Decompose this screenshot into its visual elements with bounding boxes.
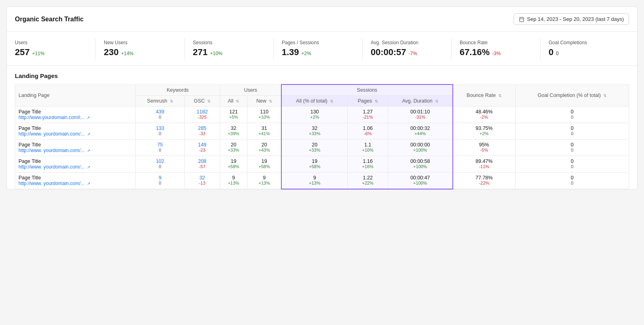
external-link-icon: ↗ bbox=[87, 181, 90, 186]
metrics-row: Users 257 +11% New Users 230 +14% Sessio… bbox=[7, 32, 637, 66]
cell-gsc: 1182 -325 bbox=[185, 107, 220, 123]
col-sessions-pages[interactable]: Pages ⇅ bbox=[348, 96, 388, 107]
cell-users-all: 121 +5% bbox=[220, 107, 247, 123]
metric-goal-completions: Goal Completions 0 0 bbox=[549, 38, 629, 59]
metric-bounce-rate: Bounce Rate 67.16% -3% bbox=[460, 38, 541, 59]
sort-icon-sessions-pages: ⇅ bbox=[375, 99, 378, 103]
cell-sessions-avg-duration: 00:00:32 +44% bbox=[388, 123, 453, 140]
table-row: Page Title http://www.yourdomain.com/i..… bbox=[15, 107, 629, 123]
cell-sessions-all: 19 +58% bbox=[281, 156, 347, 173]
cell-bounce-rate: 48.46% -2% bbox=[453, 107, 516, 123]
cell-landing-page: Page Title http://www.yourdomain.com/i..… bbox=[15, 107, 136, 123]
external-link-icon: ↗ bbox=[87, 165, 90, 169]
landing-pages-table: Landing Page Keywords Users Sessions bbox=[15, 84, 629, 189]
cell-goal-completion: 0 0 bbox=[515, 173, 629, 189]
page-title: Organic Search Traffic bbox=[15, 16, 84, 23]
cell-semrush: 133 0 bbox=[136, 123, 185, 140]
sort-icon-gsc: ⇅ bbox=[207, 99, 211, 103]
cell-url[interactable]: http://www. yourdomain.com/... bbox=[19, 148, 85, 153]
col-users-all[interactable]: All ⇅ bbox=[220, 96, 247, 107]
cell-landing-page: Page Title http://www. yourdomain.com/..… bbox=[15, 156, 136, 173]
cell-users-new: 31 +41% bbox=[247, 123, 281, 140]
col-sessions-avg-duration[interactable]: Avg. Duration ⇅ bbox=[388, 96, 453, 107]
cell-users-new: 19 +58% bbox=[247, 156, 281, 173]
cell-url[interactable]: http://www. yourdomain.com/... bbox=[19, 164, 85, 170]
sort-icon-users-new: ⇅ bbox=[269, 99, 272, 103]
cell-url[interactable]: http://www. yourdomain.com/... bbox=[19, 181, 85, 186]
cell-sessions-pages: 1.1 +10% bbox=[348, 140, 388, 156]
cell-sessions-pages: 1.27 -21% bbox=[348, 107, 388, 123]
cell-url[interactable]: http://www.yourdomain.com/i... bbox=[19, 115, 84, 120]
cell-sessions-avg-duration: 00:00:47 +100% bbox=[388, 173, 453, 189]
metric-new-users: New Users 230 +14% bbox=[104, 38, 185, 59]
cell-landing-page: Page Title http://www. yourdomain.com/..… bbox=[15, 123, 136, 140]
cell-goal-completion: 0 0 bbox=[515, 123, 629, 140]
cell-sessions-pages: 1.06 -6% bbox=[348, 123, 388, 140]
cell-semrush: 439 0 bbox=[136, 107, 185, 123]
cell-goal-completion: 0 0 bbox=[515, 140, 629, 156]
cell-url[interactable]: http://www. yourdomain.com/... bbox=[19, 131, 85, 137]
sort-icon-goal: ⇅ bbox=[603, 93, 607, 98]
cell-bounce-rate: 77.78% -22% bbox=[453, 173, 516, 189]
page-header: Organic Search Traffic Sep 14, 2023 - Se… bbox=[7, 7, 637, 32]
cell-sessions-all: 32 +33% bbox=[281, 123, 347, 140]
cell-users-all: 32 +39% bbox=[220, 123, 247, 140]
landing-pages-section: Landing Pages Landing Page Keywords User… bbox=[7, 66, 637, 189]
calendar-icon bbox=[519, 16, 524, 22]
cell-landing-page: Page Title http://www. yourdomain.com/..… bbox=[15, 173, 136, 189]
cell-users-new: 9 +13% bbox=[247, 173, 281, 189]
cell-semrush: 9 0 bbox=[136, 173, 185, 189]
col-landing-page: Landing Page bbox=[15, 84, 136, 107]
table-row: Page Title http://www. yourdomain.com/..… bbox=[15, 140, 629, 156]
col-users-new[interactable]: New ⇅ bbox=[247, 96, 281, 107]
table-row: Page Title http://www. yourdomain.com/..… bbox=[15, 156, 629, 173]
cell-goal-completion: 0 0 bbox=[515, 107, 629, 123]
cell-goal-completion: 0 0 bbox=[515, 156, 629, 173]
cell-sessions-all: 9 +13% bbox=[281, 173, 347, 189]
sort-icon-semrush: ⇅ bbox=[170, 99, 173, 103]
cell-users-new: 110 +10% bbox=[247, 107, 281, 123]
cell-semrush: 102 0 bbox=[136, 156, 185, 173]
sort-icon-sessions-avg: ⇅ bbox=[435, 99, 438, 103]
col-bounce-rate[interactable]: Bounce Rate ⇅ bbox=[453, 84, 516, 107]
cell-sessions-avg-duration: 00:00:00 +100% bbox=[388, 140, 453, 156]
col-sessions-all[interactable]: All (% of total) ⇅ bbox=[281, 96, 347, 107]
col-goal-completion[interactable]: Goal Completion (% of total) ⇅ bbox=[515, 84, 629, 107]
cell-sessions-avg-duration: 00:01:10 -31% bbox=[388, 107, 453, 123]
cell-sessions-avg-duration: 00:00:58 +100% bbox=[388, 156, 453, 173]
col-group-keywords: Keywords bbox=[136, 84, 220, 96]
cell-users-new: 20 +43% bbox=[247, 140, 281, 156]
sort-icon-sessions-all: ⇅ bbox=[330, 99, 333, 103]
cell-landing-page: Page Title http://www. yourdomain.com/..… bbox=[15, 140, 136, 156]
cell-gsc: 285 -33 bbox=[185, 123, 220, 140]
cell-semrush: 75 0 bbox=[136, 140, 185, 156]
sort-icon-users-all: ⇅ bbox=[236, 99, 239, 103]
cell-sessions-all: 130 +2% bbox=[281, 107, 347, 123]
table-row: Page Title http://www. yourdomain.com/..… bbox=[15, 123, 629, 140]
cell-users-all: 19 +58% bbox=[220, 156, 247, 173]
external-link-icon: ↗ bbox=[87, 148, 90, 153]
cell-gsc: 149 -23 bbox=[185, 140, 220, 156]
metric-sessions: Sessions 271 +10% bbox=[193, 38, 274, 59]
metric-pages---sessions: Pages / Sessions 1.39 +2% bbox=[282, 38, 363, 59]
cell-sessions-all: 20 +33% bbox=[281, 140, 347, 156]
col-semrush[interactable]: Semrush ⇅ bbox=[136, 96, 185, 107]
cell-sessions-pages: 1.22 +22% bbox=[348, 173, 388, 189]
svg-rect-0 bbox=[520, 17, 524, 22]
col-gsc[interactable]: GSC ⇅ bbox=[185, 96, 220, 107]
external-link-icon: ↗ bbox=[87, 115, 90, 120]
cell-sessions-pages: 1.16 +16% bbox=[348, 156, 388, 173]
date-range-text: Sep 14, 2023 - Sep 20, 2023 (last 7 days… bbox=[527, 16, 624, 22]
cell-bounce-rate: 89.47% -11% bbox=[453, 156, 516, 173]
sort-icon-bounce: ⇅ bbox=[498, 93, 502, 98]
cell-gsc: 208 -57 bbox=[185, 156, 220, 173]
cell-gsc: 32 -13 bbox=[185, 173, 220, 189]
cell-users-all: 9 +13% bbox=[220, 173, 247, 189]
date-range-button[interactable]: Sep 14, 2023 - Sep 20, 2023 (last 7 days… bbox=[514, 13, 629, 25]
cell-bounce-rate: 93.75% +2% bbox=[453, 123, 516, 140]
metric-avg--session-duration: Avg. Session Duration 00:00:57 -7% bbox=[371, 38, 452, 59]
col-group-users: Users bbox=[220, 84, 281, 96]
metric-users: Users 257 +11% bbox=[15, 38, 96, 59]
col-group-sessions: Sessions bbox=[281, 84, 452, 96]
cell-users-all: 20 +33% bbox=[220, 140, 247, 156]
